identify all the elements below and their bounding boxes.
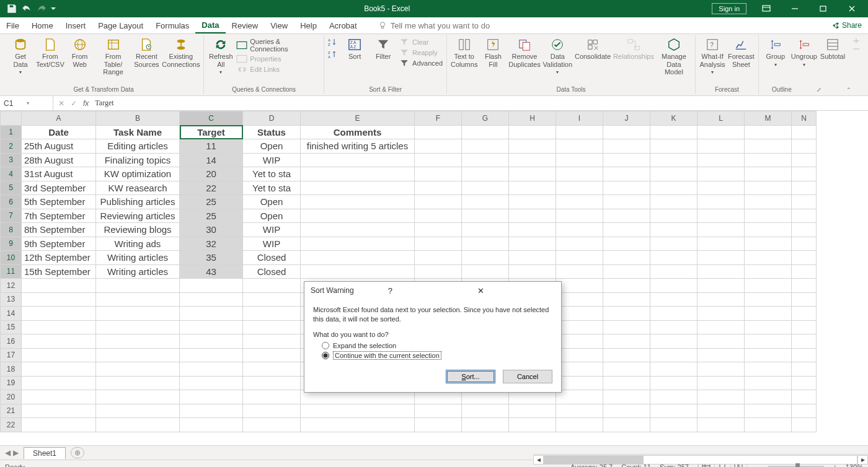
cell[interactable] bbox=[509, 153, 556, 167]
cell[interactable] bbox=[556, 279, 603, 293]
cell[interactable]: Closed bbox=[243, 251, 301, 265]
cell[interactable] bbox=[243, 362, 301, 377]
cell[interactable] bbox=[180, 404, 243, 418]
cell[interactable] bbox=[22, 376, 96, 390]
filter-button[interactable]: Filter bbox=[370, 38, 396, 61]
cell[interactable] bbox=[180, 279, 243, 293]
cell[interactable] bbox=[603, 223, 650, 237]
row-header[interactable]: 14 bbox=[1, 307, 22, 321]
cell[interactable] bbox=[792, 195, 817, 209]
cell[interactable] bbox=[301, 195, 415, 209]
cell[interactable] bbox=[792, 404, 817, 418]
cell[interactable] bbox=[603, 167, 650, 181]
cell[interactable] bbox=[698, 195, 745, 209]
sort-za-button[interactable]: ZA bbox=[328, 50, 339, 59]
cell[interactable] bbox=[509, 223, 556, 237]
maximize-button[interactable] bbox=[810, 0, 837, 17]
row-header[interactable]: 4 bbox=[1, 167, 22, 181]
close-button[interactable] bbox=[838, 0, 866, 17]
cell[interactable] bbox=[301, 167, 415, 181]
cell[interactable]: Target bbox=[180, 125, 243, 139]
remove-duplicates-button[interactable]: Remove Duplicates bbox=[508, 38, 540, 68]
tab-page-layout[interactable]: Page Layout bbox=[92, 19, 149, 33]
display-options-icon[interactable] bbox=[753, 0, 780, 17]
cell[interactable]: Closed bbox=[243, 264, 301, 279]
cell[interactable]: 8th September bbox=[22, 223, 96, 237]
cell[interactable] bbox=[509, 209, 556, 223]
cell[interactable] bbox=[603, 404, 650, 418]
cell[interactable] bbox=[509, 251, 556, 265]
share-button[interactable]: Share bbox=[832, 21, 862, 30]
fx-icon[interactable]: fx bbox=[83, 99, 89, 108]
tell-me-search[interactable]: Tell me what you want to do bbox=[372, 19, 496, 33]
cell[interactable] bbox=[96, 418, 180, 432]
cell[interactable] bbox=[556, 223, 603, 237]
get-data-button[interactable]: Get Data▾ bbox=[7, 38, 33, 75]
cell[interactable] bbox=[792, 264, 817, 279]
cell[interactable] bbox=[180, 418, 243, 432]
cell[interactable] bbox=[180, 362, 243, 377]
cell[interactable]: Editing articles bbox=[96, 139, 180, 154]
cell[interactable]: 35 bbox=[180, 251, 243, 265]
cell[interactable] bbox=[698, 264, 745, 279]
cell[interactable] bbox=[415, 139, 462, 154]
cell[interactable] bbox=[698, 125, 745, 139]
cell[interactable] bbox=[556, 418, 603, 432]
cell[interactable] bbox=[650, 195, 698, 209]
cell[interactable]: 20 bbox=[180, 167, 243, 181]
cell[interactable] bbox=[650, 348, 698, 362]
cell[interactable] bbox=[22, 320, 96, 334]
col-header[interactable]: H bbox=[509, 111, 556, 126]
cell[interactable] bbox=[243, 320, 301, 334]
ungroup-button[interactable]: Ungroup▾ bbox=[791, 38, 817, 68]
cell[interactable]: 30 bbox=[180, 223, 243, 237]
hide-detail-button[interactable] bbox=[852, 46, 861, 52]
cell[interactable] bbox=[556, 334, 603, 349]
cell[interactable] bbox=[556, 195, 603, 209]
cell[interactable]: 11 bbox=[180, 139, 243, 154]
cell[interactable] bbox=[22, 390, 96, 404]
cell[interactable]: 15th September bbox=[22, 264, 96, 279]
cell[interactable] bbox=[96, 292, 180, 307]
forecast-sheet-button[interactable]: Forecast Sheet bbox=[728, 38, 755, 68]
minimize-button[interactable] bbox=[781, 0, 808, 17]
cell[interactable] bbox=[603, 390, 650, 404]
what-if-analysis-button[interactable]: ?What-If Analysis▾ bbox=[699, 38, 725, 75]
cell[interactable] bbox=[792, 139, 817, 154]
cell[interactable] bbox=[792, 125, 817, 139]
cell[interactable]: Reviewing articles bbox=[96, 209, 180, 223]
cell[interactable] bbox=[792, 153, 817, 167]
row-header[interactable]: 22 bbox=[1, 418, 22, 432]
cell[interactable] bbox=[301, 181, 415, 195]
cell[interactable] bbox=[509, 237, 556, 251]
scroll-thumb[interactable] bbox=[544, 456, 644, 464]
cell[interactable]: 28th August bbox=[22, 153, 96, 167]
scroll-left-icon[interactable]: ◂ bbox=[533, 455, 544, 465]
cell[interactable] bbox=[22, 418, 96, 432]
cell[interactable] bbox=[792, 307, 817, 321]
row-header[interactable]: 1 bbox=[1, 125, 22, 139]
from-text-csv-button[interactable]: From Text/CSV bbox=[36, 38, 64, 68]
cell[interactable] bbox=[603, 181, 650, 195]
properties-button[interactable]: Properties bbox=[236, 55, 320, 63]
cell[interactable]: Status bbox=[243, 125, 301, 139]
row-header[interactable]: 7 bbox=[1, 209, 22, 223]
row-header[interactable]: 11 bbox=[1, 264, 22, 279]
col-header[interactable]: B bbox=[96, 111, 180, 126]
sort-button[interactable]: Z AA ZSort bbox=[342, 38, 368, 61]
cell[interactable] bbox=[180, 348, 243, 362]
cell[interactable]: KW optimization bbox=[96, 167, 180, 181]
cell[interactable] bbox=[415, 264, 462, 279]
cell[interactable] bbox=[745, 279, 792, 293]
cell[interactable] bbox=[556, 209, 603, 223]
row-header[interactable]: 13 bbox=[1, 292, 22, 307]
cell[interactable] bbox=[792, 167, 817, 181]
cell[interactable] bbox=[698, 279, 745, 293]
col-header[interactable]: M bbox=[745, 111, 792, 126]
cancel-edit-icon[interactable]: ✕ bbox=[58, 99, 64, 108]
cell[interactable] bbox=[603, 139, 650, 154]
radio-expand-selection[interactable]: Expand the selection bbox=[322, 342, 552, 349]
cell[interactable]: Writing articles bbox=[96, 251, 180, 265]
cell[interactable] bbox=[96, 320, 180, 334]
cell[interactable] bbox=[22, 404, 96, 418]
